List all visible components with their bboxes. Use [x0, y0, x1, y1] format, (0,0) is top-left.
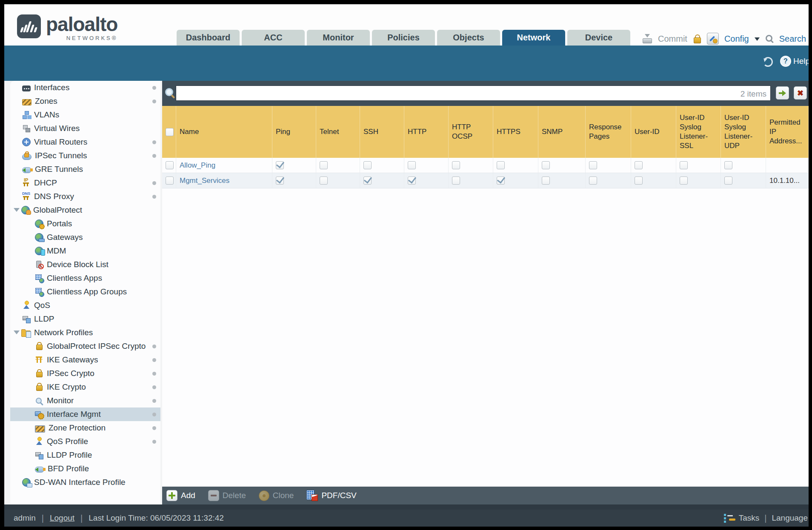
select-all-checkbox[interactable]: [166, 128, 174, 136]
sidebar-item-virtual-routers[interactable]: Virtual Routers: [10, 135, 160, 149]
sidebar-item-interfaces[interactable]: Interfaces: [10, 81, 160, 94]
sidebar-item-device-block-list[interactable]: Device Block List: [10, 258, 160, 271]
sidebar-item-clientless-app-groups[interactable]: Clientless App Groups: [10, 285, 160, 299]
sidebar-item-lldp-profile[interactable]: LLDP Profile: [10, 448, 160, 462]
apply-filter-button[interactable]: [776, 86, 789, 100]
column-header-telnet[interactable]: Telnet: [316, 106, 360, 158]
sidebar-item-dhcp[interactable]: DHCP: [10, 176, 160, 190]
service-checkbox[interactable]: [452, 161, 460, 169]
column-header-name[interactable]: Name: [176, 106, 272, 158]
expander-icon[interactable]: [14, 331, 20, 337]
chevron-down-icon[interactable]: [755, 37, 760, 43]
sidebar-item-ipsec-tunnels[interactable]: IPSec Tunnels: [10, 149, 160, 162]
sidebar-item-gateways[interactable]: Gateways: [10, 231, 160, 244]
sidebar-item-gre-tunnels[interactable]: GRE Tunnels: [10, 162, 160, 176]
tab-policies[interactable]: Policies: [372, 30, 435, 46]
column-header-ping[interactable]: Ping: [272, 106, 316, 158]
service-checkbox[interactable]: [724, 177, 732, 185]
profile-name-link[interactable]: Allow_Ping: [180, 161, 215, 170]
sidebar-item-label: IKE Gateways: [47, 355, 98, 365]
sidebar-item-ipsec-crypto[interactable]: IPSec Crypto: [10, 367, 160, 380]
sidebar-item-vlans[interactable]: VLANs: [10, 108, 160, 122]
service-checkbox-checked[interactable]: [276, 161, 284, 169]
table-body: Allow_PingMgmt_Services10.1.10...: [162, 158, 809, 188]
sidebar-item-portals[interactable]: Portals: [10, 217, 160, 231]
service-checkbox[interactable]: [452, 177, 460, 185]
tab-acc[interactable]: ACC: [242, 30, 305, 46]
service-checkbox-checked[interactable]: [276, 177, 284, 185]
commit-button[interactable]: Commit: [658, 34, 687, 44]
column-header-response-pages[interactable]: Response Pages: [586, 106, 631, 158]
row-checkbox[interactable]: [166, 161, 174, 169]
column-header-user-id[interactable]: User-ID: [631, 106, 676, 158]
tab-monitor[interactable]: Monitor: [307, 30, 370, 46]
tasks-button[interactable]: Tasks: [739, 513, 760, 523]
row-checkbox[interactable]: [166, 177, 174, 185]
service-checkbox-checked[interactable]: [408, 177, 416, 185]
search-button[interactable]: Search: [779, 34, 806, 44]
sidebar-item-ike-crypto[interactable]: IKE Crypto: [10, 380, 160, 394]
column-header-http[interactable]: HTTP: [404, 106, 449, 158]
service-checkbox[interactable]: [363, 161, 372, 169]
tab-dashboard[interactable]: Dashboard: [177, 30, 240, 46]
sidebar-item-ike-gateways[interactable]: IKE Gateways: [10, 353, 160, 367]
column-header-permitted-ip-address[interactable]: Permitted IP Address...: [766, 106, 809, 158]
sidebar-item-mdm[interactable]: MDM: [10, 244, 160, 258]
sidebar-item-clientless-apps[interactable]: Clientless Apps: [10, 271, 160, 285]
dhcp-icon: [22, 179, 31, 187]
service-checkbox-checked[interactable]: [497, 177, 505, 185]
clear-filter-button[interactable]: ✖: [794, 86, 807, 100]
sidebar-item-qos[interactable]: QoS: [10, 299, 160, 312]
refresh-icon[interactable]: [763, 57, 773, 67]
service-checkbox[interactable]: [320, 177, 328, 185]
service-checkbox[interactable]: [320, 161, 328, 169]
sidebar-item-sd-wan-interface-profile[interactable]: SD-WAN Interface Profile: [10, 476, 160, 489]
service-checkbox[interactable]: [589, 161, 597, 169]
service-checkbox[interactable]: [635, 177, 643, 185]
help-control[interactable]: Help: [780, 56, 810, 67]
tab-network[interactable]: Network: [502, 30, 565, 46]
service-checkbox[interactable]: [589, 177, 597, 185]
service-checkbox[interactable]: [542, 161, 550, 169]
service-checkbox[interactable]: [542, 177, 550, 185]
sidebar-item-globalprotect-ipsec-crypto[interactable]: GlobalProtect IPSec Crypto: [10, 339, 160, 353]
sidebar-item-globalprotect[interactable]: GlobalProtect: [10, 203, 160, 217]
tab-objects[interactable]: Objects: [437, 30, 500, 46]
config-button[interactable]: Config: [724, 34, 749, 44]
column-header-snmp[interactable]: SNMP: [538, 106, 586, 158]
sidebar-item-zones[interactable]: Zones: [10, 94, 160, 108]
sidebar-item-dns-proxy[interactable]: DNS Proxy: [10, 190, 160, 203]
table-row[interactable]: Mgmt_Services10.1.10...: [162, 173, 809, 188]
service-checkbox[interactable]: [635, 161, 643, 169]
sidebar-item-virtual-wires[interactable]: Virtual Wires: [10, 122, 160, 135]
service-checkbox[interactable]: [680, 161, 688, 169]
lock-icon[interactable]: [693, 34, 701, 43]
language-button[interactable]: Language: [772, 513, 808, 523]
column-header-https[interactable]: HTTPS: [493, 106, 538, 158]
sidebar-item-bfd-profile[interactable]: BFD Profile: [10, 462, 160, 476]
sidebar-item-monitor[interactable]: Monitor: [10, 394, 160, 407]
column-header-user-id-syslog-listener-udp[interactable]: User-ID Syslog Listener-UDP: [721, 106, 766, 158]
filter-input[interactable]: [176, 85, 771, 101]
service-checkbox-checked[interactable]: [363, 177, 372, 185]
tab-device[interactable]: Device: [567, 30, 630, 46]
table-row[interactable]: Allow_Ping: [162, 158, 809, 173]
sidebar-item-qos-profile[interactable]: QoS Profile: [10, 435, 160, 448]
logout-link[interactable]: Logout: [50, 513, 74, 523]
service-checkbox[interactable]: [724, 161, 732, 169]
sidebar-item-lldp[interactable]: LLDP: [10, 312, 160, 326]
sidebar-item-network-profiles[interactable]: Network Profiles: [10, 326, 160, 339]
sidebar-item-interface-mgmt[interactable]: Interface Mgmt: [10, 407, 160, 421]
sidebar-item-label: GlobalProtect IPSec Crypto: [47, 342, 146, 351]
column-header-http-ocsp[interactable]: HTTP OCSP: [449, 106, 493, 158]
sidebar-item-zone-protection[interactable]: Zone Protection: [10, 421, 160, 435]
column-header-user-id-syslog-listener-ssl[interactable]: User-ID Syslog Listener-SSL: [676, 106, 721, 158]
service-checkbox[interactable]: [680, 177, 688, 185]
pdfcsv-button[interactable]: PDF/CSV: [306, 490, 356, 501]
service-checkbox[interactable]: [497, 161, 505, 169]
profile-name-link[interactable]: Mgmt_Services: [180, 177, 229, 185]
expander-icon[interactable]: [14, 208, 20, 215]
add-button[interactable]: Add: [166, 490, 195, 501]
column-header-ssh[interactable]: SSH: [360, 106, 404, 158]
service-checkbox[interactable]: [408, 161, 416, 169]
